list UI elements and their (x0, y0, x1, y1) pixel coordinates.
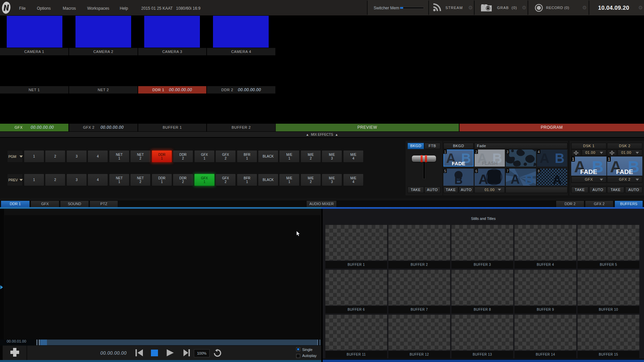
svg-text:B: B (454, 174, 463, 186)
svg-text:B: B (555, 151, 565, 166)
svg-text:5: 5 (444, 169, 446, 173)
svg-text:FADE: FADE (616, 168, 633, 175)
svg-text:3: 3 (506, 150, 508, 154)
svg-text:FADE: FADE (452, 161, 465, 166)
svg-text:8: 8 (538, 169, 540, 173)
svg-text:2: 2 (475, 150, 477, 154)
svg-text:1: 1 (608, 157, 610, 162)
svg-text:A: A (511, 172, 520, 186)
svg-text:FLASH: FLASH (482, 161, 498, 166)
svg-text:7: 7 (506, 169, 508, 173)
svg-text:6: 6 (475, 169, 477, 173)
svg-text:4: 4 (538, 150, 540, 154)
svg-text:FADE: FADE (580, 168, 597, 175)
svg-text:1: 1 (572, 157, 574, 162)
svg-text:A: A (553, 173, 561, 186)
svg-text:A: A (540, 151, 549, 166)
svg-text:B: B (525, 173, 534, 186)
svg-text:1: 1 (444, 150, 446, 154)
